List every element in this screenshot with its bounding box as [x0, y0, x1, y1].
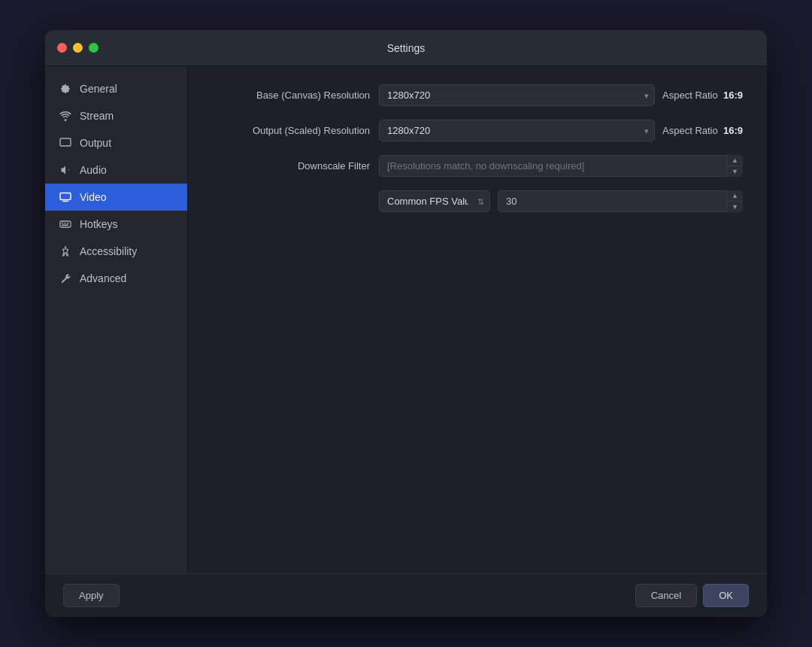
titlebar: Settings [45, 30, 767, 66]
svg-rect-1 [60, 193, 71, 200]
gear-icon [59, 82, 72, 96]
monitor-icon [59, 136, 72, 150]
base-aspect-ratio: Aspect Ratio 16:9 [662, 90, 743, 101]
output-resolution-row: Output (Scaled) Resolution 1280x720 1920… [212, 120, 743, 141]
sidebar-item-audio-label: Audio [80, 164, 107, 176]
keyboard-icon [59, 217, 72, 231]
downscale-filter-input[interactable] [379, 155, 743, 177]
fps-value-spinner-wrapper: 30 ▲ ▼ [498, 190, 743, 212]
traffic-lights [57, 43, 98, 53]
sidebar-item-advanced[interactable]: Advanced [45, 265, 187, 292]
output-aspect-ratio: Aspect Ratio 16:9 [662, 125, 743, 136]
base-resolution-select-wrapper: 1280x720 1920x1080 2560x1440 3840x2160 ▾ [379, 84, 655, 106]
sidebar-item-general-label: General [80, 83, 117, 95]
downscale-filter-spinner-buttons: ▲ ▼ [726, 155, 743, 177]
window-body: General Stream Output [45, 66, 767, 573]
ok-button[interactable]: OK [703, 584, 749, 607]
downscale-filter-increment[interactable]: ▲ [727, 155, 743, 166]
fps-value-decrement[interactable]: ▼ [727, 202, 743, 212]
sidebar-item-audio[interactable]: Audio [45, 156, 187, 184]
sidebar-item-accessibility[interactable]: Accessibility [45, 238, 187, 265]
base-resolution-row: Base (Canvas) Resolution 1280x720 1920x1… [212, 84, 743, 106]
sidebar-item-advanced-label: Advanced [80, 272, 126, 284]
svg-rect-3 [62, 223, 63, 224]
cancel-button[interactable]: Cancel [635, 584, 697, 607]
minimize-button[interactable] [73, 43, 83, 53]
close-button[interactable] [57, 43, 67, 53]
output-resolution-label: Output (Scaled) Resolution [212, 125, 370, 136]
fps-row: Common FPS Values Integer FPS Value Frac… [212, 190, 743, 212]
sidebar-item-video-label: Video [80, 191, 107, 203]
downscale-filter-spinner-wrapper: ▲ ▼ [379, 155, 743, 177]
sidebar-item-stream-label: Stream [80, 110, 114, 122]
fps-controls: Common FPS Values Integer FPS Value Frac… [379, 190, 743, 212]
base-resolution-controls: 1280x720 1920x1080 2560x1440 3840x2160 ▾… [379, 84, 743, 106]
maximize-button[interactable] [89, 43, 98, 53]
output-resolution-select-wrapper: 1280x720 1920x1080 1280x720 854x480 ▾ [379, 120, 655, 141]
sidebar-item-stream[interactable]: Stream [45, 102, 187, 129]
display-icon [59, 190, 72, 204]
sidebar-item-output-label: Output [80, 137, 111, 149]
window-title: Settings [387, 42, 426, 54]
sidebar-item-output[interactable]: Output [45, 129, 187, 156]
sidebar-item-accessibility-label: Accessibility [80, 245, 137, 257]
downscale-filter-label: Downscale Filter [212, 160, 370, 172]
output-resolution-select[interactable]: 1280x720 1920x1080 1280x720 854x480 [379, 120, 655, 141]
downscale-filter-row: Downscale Filter ▲ ▼ [212, 155, 743, 177]
window-footer: Apply Cancel OK [45, 573, 767, 617]
svg-rect-6 [62, 225, 68, 226]
svg-rect-0 [60, 138, 71, 146]
fps-value-spinner-buttons: ▲ ▼ [726, 190, 743, 212]
footer-right-buttons: Cancel OK [635, 584, 749, 607]
fps-type-select[interactable]: Common FPS Values Integer FPS Value Frac… [379, 190, 490, 212]
svg-rect-2 [60, 221, 71, 227]
downscale-filter-controls: ▲ ▼ [379, 155, 743, 177]
wifi-icon [59, 109, 72, 123]
sidebar-item-hotkeys-label: Hotkeys [80, 218, 118, 230]
svg-point-7 [65, 246, 66, 248]
output-resolution-controls: 1280x720 1920x1080 1280x720 854x480 ▾ As… [379, 120, 743, 141]
speaker-icon [59, 163, 72, 177]
accessibility-icon [59, 245, 72, 258]
downscale-filter-decrement[interactable]: ▼ [727, 166, 743, 177]
svg-rect-5 [67, 223, 68, 224]
fps-value-increment[interactable]: ▲ [727, 190, 743, 202]
main-content: Base (Canvas) Resolution 1280x720 1920x1… [188, 66, 767, 573]
sidebar: General Stream Output [45, 66, 188, 573]
wrench-icon [59, 272, 72, 285]
svg-rect-4 [65, 223, 66, 224]
sidebar-item-hotkeys[interactable]: Hotkeys [45, 211, 187, 238]
sidebar-item-general[interactable]: General [45, 75, 187, 102]
settings-window: Settings General Stream [45, 30, 767, 617]
apply-button[interactable]: Apply [63, 584, 120, 607]
base-resolution-select[interactable]: 1280x720 1920x1080 2560x1440 3840x2160 [379, 84, 655, 106]
fps-value-input[interactable]: 30 [498, 190, 743, 212]
base-resolution-label: Base (Canvas) Resolution [212, 90, 370, 101]
fps-type-select-wrapper: Common FPS Values Integer FPS Value Frac… [379, 190, 490, 212]
sidebar-item-video[interactable]: Video [45, 184, 187, 211]
